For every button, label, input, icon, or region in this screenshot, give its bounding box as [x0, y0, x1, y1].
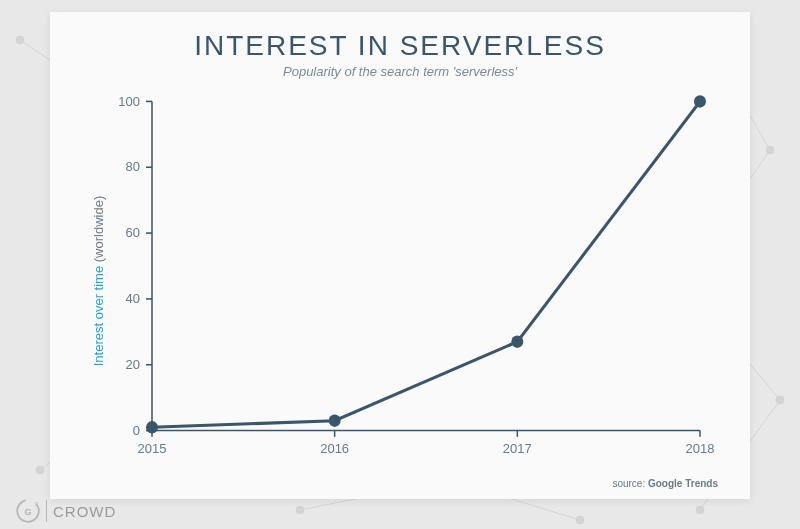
x-tick-label: 2015 — [138, 441, 167, 456]
x-tick-label: 2017 — [503, 441, 532, 456]
y-axis-label-scope: (worldwide) — [91, 195, 106, 265]
svg-point-20 — [296, 506, 304, 514]
brand-logo-block: G 2 CROWD — [16, 499, 116, 523]
chart-area: Interest over time (worldwide) 020406080… — [80, 89, 720, 472]
svg-point-22 — [576, 516, 584, 524]
svg-text:2: 2 — [35, 501, 38, 507]
chart-title: INTEREST IN SERVERLESS — [80, 30, 720, 62]
svg-point-18 — [776, 396, 784, 404]
x-tick-label: 2016 — [320, 441, 349, 456]
source-prefix: source: — [612, 478, 648, 489]
y-tick-label: 100 — [118, 93, 140, 108]
chart-subtitle: Popularity of the search term 'serverles… — [80, 64, 720, 79]
y-tick-label: 60 — [126, 225, 140, 240]
data-point — [146, 421, 158, 433]
chart-card: INTEREST IN SERVERLESS Popularity of the… — [50, 12, 750, 499]
svg-point-14 — [36, 466, 44, 474]
y-axis-label: Interest over time (worldwide) — [91, 195, 106, 366]
y-tick-label: 20 — [126, 357, 140, 372]
svg-point-19 — [696, 506, 704, 514]
brand-text: CROWD — [53, 503, 116, 520]
svg-point-16 — [766, 146, 774, 154]
y-tick-label: 0 — [133, 423, 140, 438]
svg-point-10 — [16, 36, 24, 44]
source-name: Google Trends — [648, 478, 718, 489]
data-point — [511, 336, 523, 348]
y-tick-label: 40 — [126, 291, 140, 306]
data-point — [694, 95, 706, 107]
data-line — [152, 101, 700, 427]
line-chart: 0204060801002015201620172018 — [80, 89, 720, 472]
x-tick-label: 2018 — [686, 441, 715, 456]
y-tick-label: 80 — [126, 159, 140, 174]
y-axis-label-metric: Interest over time — [91, 265, 106, 365]
data-point — [329, 415, 341, 427]
source-attribution: source: Google Trends — [80, 472, 720, 499]
svg-text:G: G — [24, 507, 31, 517]
g2-logo-icon: G 2 — [16, 499, 40, 523]
brand-divider — [46, 500, 47, 522]
